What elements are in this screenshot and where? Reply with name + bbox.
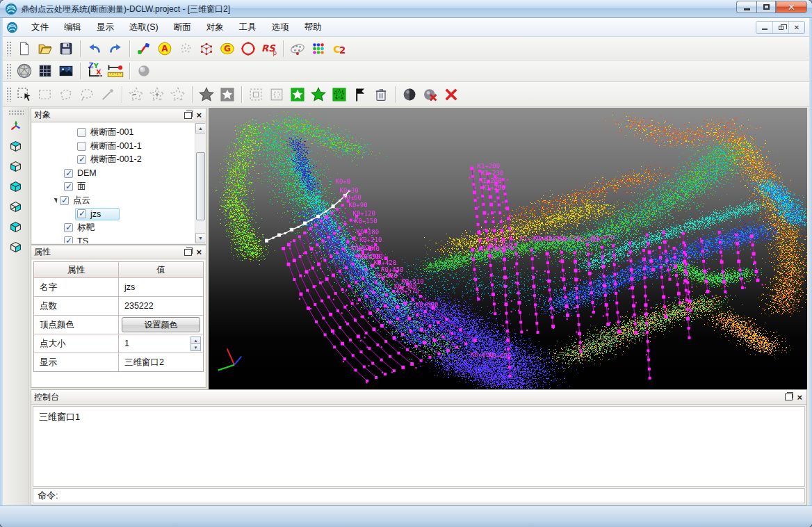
set-color-button[interactable]: 设置颜色 xyxy=(122,317,200,332)
checkbox-checked[interactable] xyxy=(64,169,73,178)
measure-ruler-button[interactable] xyxy=(105,61,126,81)
menu-item-display[interactable]: 显示 xyxy=(89,19,122,36)
point-size-value[interactable]: 1 xyxy=(124,339,129,348)
sphere-shade-button[interactable] xyxy=(399,85,420,104)
objects-float-button[interactable] xyxy=(184,112,192,119)
menu-item-tools[interactable]: 工具 xyxy=(232,19,264,36)
star-solid-button[interactable] xyxy=(196,85,217,104)
view-top-button[interactable] xyxy=(6,137,25,155)
tree-item-jzs[interactable]: jzs xyxy=(32,207,205,221)
point-cloud-canvas[interactable] xyxy=(209,108,807,389)
view-left-button[interactable] xyxy=(6,157,25,175)
close-button[interactable]: ✕ xyxy=(776,1,807,13)
star-subtract-button[interactable] xyxy=(126,85,147,104)
select-cursor-button[interactable] xyxy=(14,85,35,104)
maximize-button[interactable] xyxy=(756,1,776,13)
flag-button[interactable] xyxy=(350,85,371,104)
select-lasso-button[interactable] xyxy=(76,85,97,104)
geoid-g-button[interactable]: G xyxy=(217,39,238,58)
view-right-button[interactable] xyxy=(6,238,25,256)
select-line-button[interactable] xyxy=(97,85,118,104)
menu-item-options[interactable]: 选项 xyxy=(264,19,297,36)
trash-button[interactable] xyxy=(371,85,391,104)
menu-item-section[interactable]: 断面 xyxy=(166,19,199,36)
point-cloud-button[interactable] xyxy=(175,39,196,58)
tree-item-cross-section-001[interactable]: 横断面-001 xyxy=(32,126,205,140)
sphere-button[interactable] xyxy=(133,61,154,81)
menu-item-object[interactable]: 对象 xyxy=(199,19,232,36)
axes-zyx-button[interactable]: ZYX xyxy=(84,61,105,81)
render-sphere-button[interactable] xyxy=(14,61,35,81)
tree-item-target[interactable]: 标靶 xyxy=(32,221,205,235)
viewport-3d[interactable] xyxy=(209,108,807,389)
spin-up-icon[interactable]: ▲ xyxy=(190,337,201,344)
select-polygon-button[interactable] xyxy=(56,85,76,104)
console-float-button[interactable] xyxy=(785,394,793,400)
registration-button[interactable] xyxy=(133,39,154,58)
grid-view-button[interactable] xyxy=(35,61,56,81)
star-outline-button[interactable] xyxy=(168,85,188,104)
save-button[interactable] xyxy=(56,39,76,58)
segment-star-button[interactable] xyxy=(308,85,329,104)
new-file-button[interactable] xyxy=(14,39,35,58)
menu-item-edit[interactable]: 编辑 xyxy=(56,19,89,36)
checkbox-unchecked[interactable] xyxy=(77,128,86,137)
command-line[interactable]: 命令: xyxy=(33,488,805,503)
toolbar-grip[interactable] xyxy=(6,41,12,56)
bounding-box-button[interactable] xyxy=(196,39,217,58)
view-inner-button[interactable] xyxy=(6,197,25,216)
scroll-down-button[interactable]: ▼ xyxy=(195,233,205,243)
console-output[interactable]: 三维窗口1 xyxy=(33,406,805,487)
view-top-left-button[interactable] xyxy=(6,218,25,236)
checkbox-checked[interactable] xyxy=(64,182,73,191)
minimize-button[interactable] xyxy=(736,1,756,13)
tree-item-point-cloud[interactable]: 点云 xyxy=(32,194,205,208)
annotation-a-button[interactable]: A xyxy=(154,39,175,58)
toolbar-grip[interactable] xyxy=(6,63,12,79)
segment-keep-button[interactable] xyxy=(287,85,308,104)
tree-item-cross-section-001-2[interactable]: 横断面-001-2 xyxy=(32,153,205,167)
tree-item-surface[interactable]: 面 xyxy=(32,180,205,194)
open-file-button[interactable] xyxy=(35,39,56,58)
tree-item-ts[interactable]: TS xyxy=(32,234,205,243)
scroll-up-button[interactable]: ▲ xyxy=(195,123,205,133)
menu-item-help[interactable]: 帮助 xyxy=(297,19,330,36)
scrollbar-thumb[interactable] xyxy=(196,152,205,220)
image-view-button[interactable]: 2 xyxy=(56,61,76,81)
star-box-button[interactable] xyxy=(217,85,238,104)
checkbox-checked[interactable] xyxy=(77,209,86,218)
tree-item-dem[interactable]: DEM xyxy=(32,167,205,181)
objects-close-button[interactable]: × xyxy=(196,111,202,120)
properties-close-button[interactable]: × xyxy=(196,248,202,257)
checkbox-checked[interactable] xyxy=(64,223,73,232)
undo-button[interactable] xyxy=(84,39,105,58)
color-grid-button[interactable] xyxy=(308,39,329,58)
menu-item-select[interactable]: 选取(S) xyxy=(122,19,166,36)
axes-3d-button[interactable] xyxy=(6,117,25,135)
point-size-stepper[interactable]: ▲▼ xyxy=(190,337,201,351)
mdi-minimize-button[interactable] xyxy=(756,22,772,33)
orbit-points-button[interactable] xyxy=(287,39,308,58)
mdi-close-button[interactable]: ✕ xyxy=(788,22,804,33)
resample-rsp-button[interactable]: RSp xyxy=(259,39,279,58)
circle-fit-button[interactable] xyxy=(238,39,259,58)
expander-icon[interactable] xyxy=(54,197,58,203)
console-close-button[interactable]: × xyxy=(797,393,802,402)
view-front-button[interactable] xyxy=(6,177,25,195)
sphere-delete-button[interactable] xyxy=(420,85,441,104)
checkbox-checked[interactable] xyxy=(77,155,86,164)
property-value-display[interactable]: 三维窗口2 xyxy=(119,353,203,371)
checkbox-checked[interactable] xyxy=(60,196,69,205)
delete-button[interactable] xyxy=(441,85,462,104)
property-value-name[interactable]: jzs xyxy=(119,278,203,296)
tree-item-cross-section-001-1[interactable]: 横断面-001-1 xyxy=(32,140,205,154)
properties-float-button[interactable] xyxy=(184,249,192,256)
objects-scrollbar[interactable]: ▲ ▼ xyxy=(195,123,205,243)
crop-outside-button[interactable] xyxy=(266,85,287,104)
titlebar[interactable]: 鼎创点云处理系统(断面测量)-DCLW.project - [三维窗口2] ✕ xyxy=(0,0,812,18)
toolbar-grip[interactable] xyxy=(8,110,24,115)
checkbox-checked[interactable] xyxy=(64,236,73,243)
redo-button[interactable] xyxy=(105,39,126,58)
classify-c2-button[interactable]: C2 xyxy=(329,39,350,58)
segment-points-button[interactable] xyxy=(329,85,350,104)
